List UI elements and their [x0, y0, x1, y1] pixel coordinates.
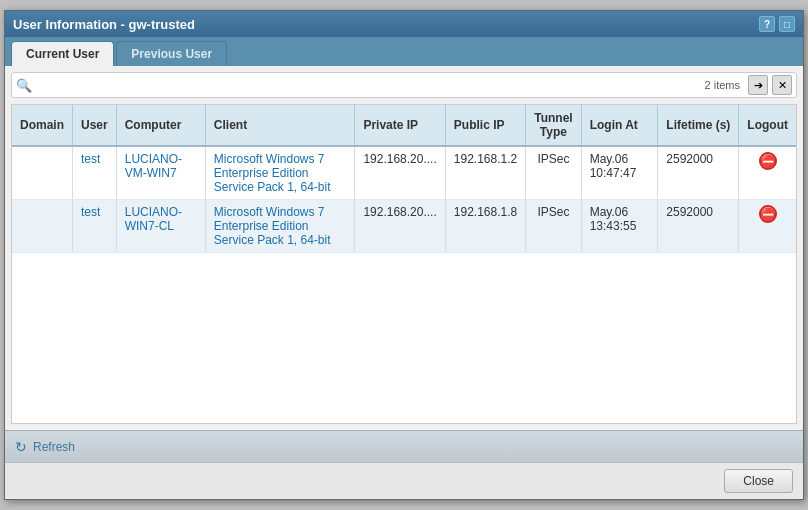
logout-button[interactable]: ⛔ [759, 152, 777, 170]
cell-private-ip: 192.168.20.... [355, 146, 445, 200]
help-button[interactable]: ? [759, 16, 775, 32]
cell-client-link[interactable]: Microsoft Windows 7 Enterprise Edition S… [214, 152, 331, 194]
cell-logout: ⛔ [739, 200, 796, 253]
content-area: 🔍 2 items ➔ ✕ Domain User Computer Clien… [5, 66, 803, 430]
cell-login-at: May.06 10:47:47 [581, 146, 658, 200]
search-count: 2 items [705, 79, 740, 91]
restore-button[interactable]: □ [779, 16, 795, 32]
main-window: User Information - gw-trusted ? □ Curren… [4, 10, 804, 500]
col-header-domain: Domain [12, 105, 73, 146]
search-clear-button[interactable]: ✕ [772, 75, 792, 95]
cell-computer-link[interactable]: LUCIANO-VM-WIN7 [125, 152, 182, 180]
title-bar: User Information - gw-trusted ? □ [5, 11, 803, 37]
cell-user: test [73, 200, 117, 253]
footer: ↻ Refresh [5, 430, 803, 462]
logout-icon: ⛔ [760, 155, 776, 168]
logout-icon: ⛔ [760, 208, 776, 221]
cell-private-ip: 192.168.20.... [355, 200, 445, 253]
refresh-button[interactable]: Refresh [33, 440, 75, 454]
col-header-login-at: Login At [581, 105, 658, 146]
cell-lifetime: 2592000 [658, 146, 739, 200]
cell-computer: LUCIANO-WIN7-CL [116, 200, 205, 253]
table-row: testLUCIANO-WIN7-CLMicrosoft Windows 7 E… [12, 200, 796, 253]
col-header-user: User [73, 105, 117, 146]
tab-current-user[interactable]: Current User [11, 41, 114, 66]
search-input[interactable] [36, 76, 701, 94]
cell-domain [12, 146, 73, 200]
search-icon: 🔍 [16, 78, 32, 93]
window-title: User Information - gw-trusted [13, 17, 195, 32]
search-next-button[interactable]: ➔ [748, 75, 768, 95]
col-header-computer: Computer [116, 105, 205, 146]
col-header-tunnel-type: TunnelType [526, 105, 581, 146]
cell-public-ip: 192.168.1.2 [445, 146, 525, 200]
cell-computer-link[interactable]: LUCIANO-WIN7-CL [125, 205, 182, 233]
cell-user: test [73, 146, 117, 200]
refresh-icon: ↻ [15, 439, 27, 455]
col-header-public-ip: Public IP [445, 105, 525, 146]
table-header-row: Domain User Computer Client Private IP P… [12, 105, 796, 146]
tabs-bar: Current User Previous User [5, 37, 803, 66]
cell-domain [12, 200, 73, 253]
col-header-private-ip: Private IP [355, 105, 445, 146]
logout-button[interactable]: ⛔ [759, 205, 777, 223]
col-header-logout: Logout [739, 105, 796, 146]
search-bar: 🔍 2 items ➔ ✕ [11, 72, 797, 98]
cell-user-link[interactable]: test [81, 205, 100, 219]
title-bar-actions: ? □ [759, 16, 795, 32]
cell-public-ip: 192.168.1.8 [445, 200, 525, 253]
data-table-wrapper: Domain User Computer Client Private IP P… [11, 104, 797, 424]
cell-lifetime: 2592000 [658, 200, 739, 253]
cell-logout: ⛔ [739, 146, 796, 200]
cell-login-at: May.06 13:43:55 [581, 200, 658, 253]
cell-client: Microsoft Windows 7 Enterprise Edition S… [205, 200, 355, 253]
cell-tunnel-type: IPSec [526, 146, 581, 200]
col-header-client: Client [205, 105, 355, 146]
cell-computer: LUCIANO-VM-WIN7 [116, 146, 205, 200]
cell-user-link[interactable]: test [81, 152, 100, 166]
table-row: testLUCIANO-VM-WIN7Microsoft Windows 7 E… [12, 146, 796, 200]
cell-tunnel-type: IPSec [526, 200, 581, 253]
bottom-bar: Close [5, 462, 803, 499]
cell-client-link[interactable]: Microsoft Windows 7 Enterprise Edition S… [214, 205, 331, 247]
cell-client: Microsoft Windows 7 Enterprise Edition S… [205, 146, 355, 200]
close-button[interactable]: Close [724, 469, 793, 493]
tab-previous-user[interactable]: Previous User [116, 41, 227, 66]
col-header-lifetime: Lifetime (s) [658, 105, 739, 146]
data-table: Domain User Computer Client Private IP P… [12, 105, 796, 253]
